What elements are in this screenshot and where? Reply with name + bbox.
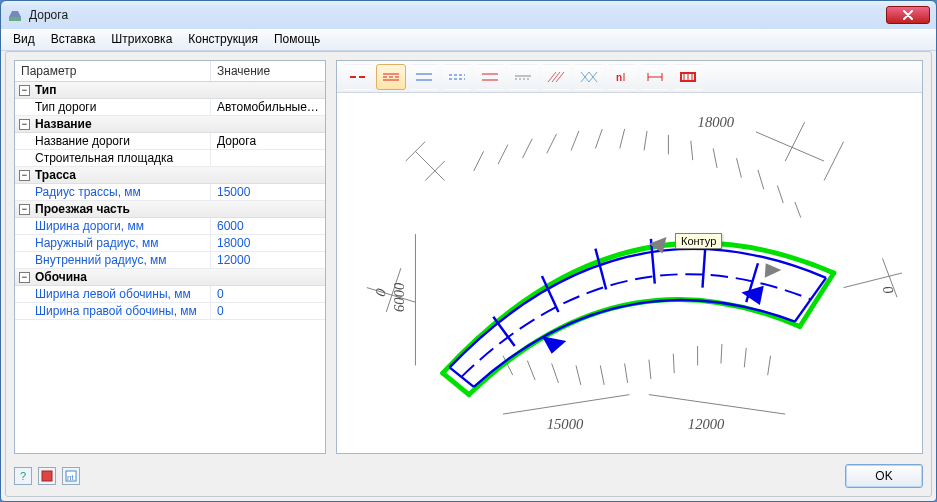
property-name: Радиус трассы, мм: [15, 184, 211, 200]
style-gray-thin-icon[interactable]: [508, 64, 538, 90]
svg-line-47: [644, 131, 647, 150]
svg-line-57: [552, 363, 559, 382]
property-grid: Параметр Значение −ТипТип дорогиАвтомоби…: [14, 60, 326, 454]
info-icon[interactable]: [38, 467, 56, 485]
settings-icon[interactable]: nt: [62, 467, 80, 485]
drawing-toolbar: n: [337, 61, 922, 93]
svg-line-44: [571, 131, 579, 150]
footer-icons: ? nt: [14, 467, 80, 485]
style-double-blue-icon[interactable]: [442, 64, 472, 90]
svg-text:n: n: [616, 72, 622, 83]
svg-line-50: [713, 148, 717, 167]
client-area: Параметр Значение −ТипТип дорогиАвтомоби…: [5, 51, 932, 497]
svg-line-75: [595, 249, 606, 290]
style-number-icon[interactable]: n: [607, 64, 637, 90]
style-hatch-cross-icon[interactable]: [574, 64, 604, 90]
property-name: Ширина дороги, мм: [15, 218, 211, 234]
property-name: Внутренний радиус, мм: [15, 252, 211, 268]
svg-line-68: [649, 395, 785, 414]
property-value[interactable]: 0: [211, 286, 325, 302]
svg-line-40: [474, 151, 484, 170]
svg-line-49: [691, 141, 693, 160]
svg-line-54: [795, 202, 801, 218]
property-name: Ширина правой обочины, мм: [15, 303, 211, 319]
svg-line-66: [768, 356, 771, 375]
collapse-icon[interactable]: −: [19, 204, 30, 215]
style-red-narrow-icon[interactable]: [475, 64, 505, 90]
menu-help[interactable]: Помощь: [266, 29, 328, 50]
menu-insert[interactable]: Вставка: [43, 29, 104, 50]
collapse-icon[interactable]: −: [19, 170, 30, 181]
dim-inner-radius: 12000: [688, 416, 725, 432]
svg-line-64: [721, 344, 722, 363]
property-group[interactable]: −Проезжая часть: [15, 201, 325, 218]
svg-line-14: [548, 72, 556, 82]
dim-zero-left: 0: [372, 286, 390, 298]
group-label: Трасса: [35, 168, 76, 182]
drawing-panel: n: [336, 60, 923, 454]
menu-hatch[interactable]: Штриховка: [103, 29, 180, 50]
property-group[interactable]: −Трасса: [15, 167, 325, 184]
menu-construction[interactable]: Конструкция: [180, 29, 266, 50]
menu-view[interactable]: Вид: [5, 29, 43, 50]
svg-line-16: [556, 72, 564, 82]
collapse-icon[interactable]: −: [19, 119, 30, 130]
style-lane-red-icon[interactable]: [376, 64, 406, 90]
property-value[interactable]: [211, 150, 325, 166]
titlebar[interactable]: Дорога: [1, 1, 936, 29]
help-icon[interactable]: ?: [14, 467, 32, 485]
property-name: Тип дороги: [15, 99, 211, 115]
style-red-box-icon[interactable]: [673, 64, 703, 90]
header-param[interactable]: Параметр: [15, 61, 211, 81]
group-label: Название: [35, 117, 92, 131]
svg-line-56: [527, 361, 535, 380]
dim-width: 6000: [391, 282, 407, 312]
property-value[interactable]: Автомобильные вр...: [211, 99, 325, 115]
property-name: Название дороги: [15, 133, 211, 149]
style-lane-blue-icon[interactable]: [409, 64, 439, 90]
collapse-icon[interactable]: −: [19, 272, 30, 283]
property-value[interactable]: 12000: [211, 252, 325, 268]
property-group[interactable]: −Обочина: [15, 269, 325, 286]
svg-marker-83: [765, 263, 782, 278]
property-row[interactable]: Ширина левой обочины, мм0: [15, 286, 325, 303]
property-value[interactable]: 6000: [211, 218, 325, 234]
group-label: Проезжая часть: [35, 202, 130, 216]
svg-rect-84: [42, 471, 52, 481]
svg-line-77: [702, 246, 705, 288]
svg-line-35: [824, 142, 843, 181]
property-row[interactable]: Ширина правой обочины, мм0: [15, 303, 325, 320]
style-centerline-icon[interactable]: [343, 64, 373, 90]
style-dimension-icon[interactable]: [640, 64, 670, 90]
property-row[interactable]: Наружный радиус, мм18000: [15, 235, 325, 252]
svg-line-60: [625, 363, 628, 382]
property-value[interactable]: 0: [211, 303, 325, 319]
property-value[interactable]: 15000: [211, 184, 325, 200]
group-label: Обочина: [35, 270, 87, 284]
header-value[interactable]: Значение: [211, 61, 325, 81]
property-body: −ТипТип дорогиАвтомобильные вр...−Назван…: [15, 82, 325, 320]
collapse-icon[interactable]: −: [19, 85, 30, 96]
svg-line-62: [673, 354, 674, 373]
property-row[interactable]: Тип дорогиАвтомобильные вр...: [15, 99, 325, 116]
close-button[interactable]: [886, 6, 930, 24]
property-row[interactable]: Ширина дороги, мм6000: [15, 218, 325, 235]
canvas-tooltip: Контур: [675, 233, 722, 249]
svg-line-53: [777, 185, 783, 203]
property-group[interactable]: −Тип: [15, 82, 325, 99]
property-row[interactable]: Внутренний радиус, мм12000: [15, 252, 325, 269]
svg-line-59: [600, 365, 604, 384]
menubar: Вид Вставка Штриховка Конструкция Помощь: [1, 29, 936, 51]
dim-zero-right: 0: [880, 284, 898, 296]
drawing-canvas[interactable]: 18000 15000 12000 6000 0 0 Контур: [337, 93, 922, 453]
ok-button[interactable]: OK: [845, 464, 923, 488]
property-value[interactable]: Дорога: [211, 133, 325, 149]
property-group[interactable]: −Название: [15, 116, 325, 133]
content: Параметр Значение −ТипТип дорогиАвтомоби…: [14, 60, 923, 454]
property-row[interactable]: Название дорогиДорога: [15, 133, 325, 150]
property-row[interactable]: Радиус трассы, мм15000: [15, 184, 325, 201]
svg-line-73: [493, 317, 514, 346]
style-hatch-diag-icon[interactable]: [541, 64, 571, 90]
property-value[interactable]: 18000: [211, 235, 325, 251]
property-row[interactable]: Строительная площадка: [15, 150, 325, 167]
